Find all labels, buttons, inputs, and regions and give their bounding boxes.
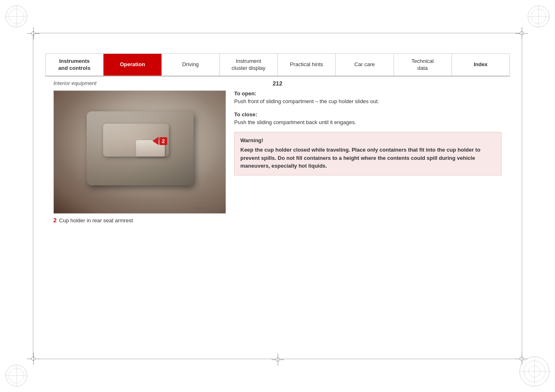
nav-item-practical-hints[interactable]: Practical hints [278, 54, 336, 76]
text-content: To open: Push front of sliding compartme… [234, 90, 502, 224]
to-close-text: Push the sliding compartment back until … [234, 118, 502, 127]
nav-item-car-care[interactable]: Car care [336, 54, 394, 76]
crosshair-top-right [516, 27, 528, 39]
page-border-right [522, 33, 522, 359]
image-overlay-svg [54, 91, 226, 213]
armrest-image: 2 P68.00-2386-26 [53, 90, 226, 214]
warning-title: Warning! [240, 137, 495, 143]
image-ref-code: P68.00-2386-26 [193, 207, 222, 211]
nav-item-instrument-cluster[interactable]: Instrument cluster display [220, 54, 278, 76]
content-area: 2 P68.00-2386-26 2 Cup holder in rear se… [53, 90, 502, 224]
page-border-left [33, 33, 33, 359]
deco-circle-bottom-right [518, 355, 551, 388]
deco-circle-top-left [4, 4, 29, 29]
to-open-text: Push front of sliding compartment – the … [234, 97, 502, 106]
crosshair-bottom-left [27, 353, 39, 365]
deco-circle-top-right [526, 4, 551, 29]
nav-item-index[interactable]: Index [452, 54, 509, 76]
nav-item-operation[interactable]: Operation [104, 54, 161, 76]
image-area: 2 P68.00-2386-26 2 Cup holder in rear se… [53, 90, 226, 224]
deco-circle-bottom-left [4, 363, 29, 388]
nav-item-technical-data[interactable]: Technical data [394, 54, 452, 76]
nav-item-instruments[interactable]: Instruments and controls [46, 54, 104, 76]
crosshair-bottom-center [272, 353, 284, 366]
to-open-title: To open: [234, 90, 502, 97]
crosshair-top-left [27, 27, 39, 39]
to-open-block: To open: Push front of sliding compartme… [234, 90, 502, 106]
to-close-title: To close: [234, 111, 502, 118]
caption-text: Cup holder in rear seat armrest [59, 217, 133, 224]
page-border-top [33, 33, 522, 33]
image-caption: 2 Cup holder in rear seat armrest [53, 217, 226, 224]
warning-text: Keep the cup holder closed while traveli… [240, 146, 495, 170]
warning-box: Warning! Keep the cup holder closed whil… [234, 132, 502, 175]
section-label: Interior equipment [53, 80, 97, 86]
page-number: 212 [273, 80, 282, 87]
caption-number: 2 [53, 217, 57, 224]
nav-underline [45, 76, 510, 76]
svg-rect-17 [54, 91, 226, 213]
to-close-block: To close: Push the sliding compartment b… [234, 111, 502, 127]
navigation-bar: Instruments and controls Operation Drivi… [45, 53, 510, 76]
nav-item-driving[interactable]: Driving [162, 54, 220, 76]
